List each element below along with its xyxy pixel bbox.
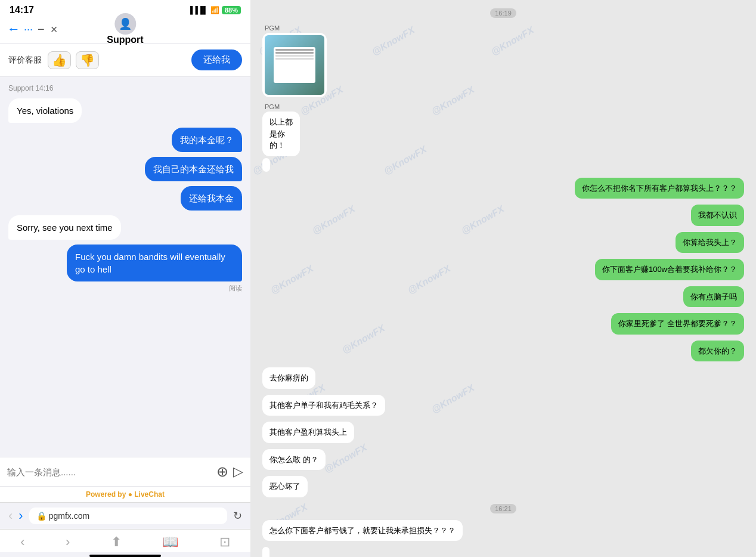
livechat-label: Powered by bbox=[86, 490, 128, 499]
signal-icon: ▐▐▐▌ bbox=[188, 6, 208, 14]
message-bubble: 我都不认识 bbox=[691, 205, 744, 226]
message-bubble: 你下面客户赚100w合着要我补给你？？ bbox=[595, 259, 744, 280]
home-indicator bbox=[89, 555, 161, 557]
bookmarks-tab[interactable]: 📖 bbox=[162, 534, 178, 550]
image-message bbox=[262, 33, 327, 97]
message-bubble: Sorry, see you next time bbox=[8, 215, 121, 240]
message-row: 你家里死爹了 全世界都要死爹？？ bbox=[262, 313, 744, 335]
table-image-bubble bbox=[262, 547, 269, 557]
input-area: ⊕ ▷ bbox=[0, 457, 250, 486]
message-bubble: 你算给我头上？ bbox=[676, 232, 744, 253]
lock-icon: 🔒 bbox=[36, 511, 47, 521]
browser-forward-button[interactable]: › bbox=[18, 508, 23, 524]
message-bubble: 我自己的本金还给我 bbox=[145, 157, 242, 181]
message-row: 恶心坏了 bbox=[262, 476, 744, 497]
more-button[interactable]: ··· bbox=[24, 23, 33, 36]
livechat-bar: Powered by ● LiveChat bbox=[0, 486, 250, 502]
reload-button[interactable]: ↻ bbox=[233, 509, 242, 522]
browser-back-button[interactable]: ‹ bbox=[8, 508, 13, 524]
chat-header: ← ··· 👤 Support − × bbox=[0, 18, 250, 44]
angry-message-bubble: Fuck you damn bandits will eventually go… bbox=[67, 245, 242, 281]
like-button[interactable]: 👍 bbox=[48, 51, 71, 69]
left-panel: 14:17 ▐▐▐▌ 📶 88% ← ··· 👤 Support − × 评价客… bbox=[0, 0, 250, 557]
share-tab[interactable]: ⬆ bbox=[111, 534, 122, 550]
messages-area: Support 14:16 Yes, violations 我的本金呢？ 我自己… bbox=[0, 77, 250, 457]
status-time: 14:17 bbox=[10, 5, 34, 16]
time-divider-row: 16:21 bbox=[262, 502, 744, 516]
time-divider: 16:19 bbox=[490, 8, 516, 18]
send-button[interactable]: ▷ bbox=[233, 464, 243, 479]
battery-icon: 88% bbox=[222, 6, 241, 14]
message-bubble: 你怎么不把你名下所有客户都算我头上？？？ bbox=[575, 178, 744, 199]
message-bubble: 其他客户单子和我有鸡毛关系？ bbox=[262, 395, 385, 416]
message-row: 你怎么敢 的？ bbox=[262, 449, 744, 471]
message-row: 其他客户盈利算我头上 bbox=[262, 422, 744, 443]
message-row: PGM 以上都是你的！ bbox=[262, 103, 744, 172]
browser-url-bar[interactable]: 🔒 pgmfx.com bbox=[29, 508, 227, 524]
message-input[interactable] bbox=[7, 467, 212, 477]
message-row: PGM bbox=[262, 24, 744, 97]
message-bubble: 你怎么敢 的？ bbox=[262, 449, 326, 471]
message-bubble: 都欠你的？ bbox=[691, 341, 744, 362]
message-bubble: 还给我本金 bbox=[181, 186, 242, 211]
back-button[interactable]: ← bbox=[7, 21, 20, 37]
header-actions: − × bbox=[38, 23, 57, 36]
message-row: 你有点脑子吗 bbox=[262, 286, 744, 308]
document-preview bbox=[274, 47, 315, 83]
image-placeholder bbox=[265, 35, 324, 95]
message-bubble: Yes, violations bbox=[8, 98, 82, 123]
rating-bar: 评价客服 👍 👎 还给我 bbox=[0, 44, 250, 77]
rating-label: 评价客服 bbox=[8, 55, 42, 66]
message-row: 其他客户单子和我有鸡毛关系？ bbox=[262, 395, 744, 416]
message-row: 怎么你下面客户都亏钱了，就要让我来承担损失？？？ bbox=[262, 520, 744, 541]
sender-name: PGM bbox=[262, 103, 280, 110]
incoming-msg-group: PGM bbox=[262, 24, 327, 97]
time-divider-row: 16:19 bbox=[262, 6, 744, 20]
message-bubble: 以上都是你的！ bbox=[262, 112, 300, 156]
time-divider: 16:21 bbox=[490, 504, 516, 513]
browser-bar: ‹ › 🔒 pgmfx.com ↻ bbox=[0, 502, 250, 529]
status-icons: ▐▐▐▌ 📶 88% bbox=[188, 6, 241, 14]
incoming-msg-group: PGM 以上都是你的！ bbox=[262, 103, 331, 172]
sender-name: PGM bbox=[262, 24, 280, 32]
message-row: 我都不认识 bbox=[262, 205, 744, 226]
message-row: 都欠你的？ bbox=[262, 341, 744, 362]
support-name: Support bbox=[107, 35, 143, 45]
rating-icons: 👍 👎 bbox=[48, 51, 99, 69]
forward-tab[interactable]: › bbox=[66, 534, 70, 550]
livechat-brand: ● LiveChat bbox=[128, 490, 165, 499]
message-bubble: 怎么你下面客户都亏钱了，就要让我来承担损失？？？ bbox=[262, 520, 463, 541]
message-bubble: 去你麻痹的 bbox=[262, 367, 315, 389]
right-panel: @KnowFX @KnowFX @KnowFX @KnowFX @KnowFX … bbox=[250, 0, 756, 557]
close-button[interactable]: × bbox=[51, 23, 58, 36]
message-row: 去你麻痹的 bbox=[262, 367, 744, 389]
message-row: 你怎么不把你名下所有客户都算我头上？？？ bbox=[262, 178, 744, 199]
support-avatar: 👤 bbox=[114, 13, 136, 35]
read-label: 阅读 bbox=[229, 284, 242, 293]
dislike-button[interactable]: 👎 bbox=[76, 51, 99, 69]
return-button[interactable]: 还给我 bbox=[191, 49, 242, 70]
add-attachment-button[interactable]: ⊕ bbox=[216, 463, 228, 480]
message-bubble: 恶心坏了 bbox=[262, 476, 308, 497]
minimize-button[interactable]: − bbox=[38, 23, 45, 36]
support-info: Support 14:16 bbox=[8, 84, 242, 92]
table-image bbox=[262, 158, 270, 172]
url-text: pgmfx.com bbox=[49, 511, 89, 521]
bottom-tabs: ‹ › ⬆ 📖 ⊡ bbox=[0, 529, 250, 552]
header-title-group: 👤 Support bbox=[107, 13, 143, 45]
right-chat-content: 16:19 PGM bbox=[262, 6, 744, 557]
tabs-tab[interactable]: ⊡ bbox=[219, 534, 230, 550]
message-bubble: 你家里死爹了 全世界都要死爹？？ bbox=[611, 313, 744, 335]
message-bubble: 我的本金呢？ bbox=[172, 128, 242, 152]
wifi-icon: 📶 bbox=[210, 6, 219, 14]
message-row: 你下面客户赚100w合着要我补给你？？ bbox=[262, 259, 744, 280]
message-row bbox=[262, 547, 744, 557]
back-tab[interactable]: ‹ bbox=[20, 534, 24, 550]
message-bubble: 你有点脑子吗 bbox=[683, 286, 744, 308]
message-bubble: 其他客户盈利算我头上 bbox=[262, 422, 354, 443]
message-row: 你算给我头上？ bbox=[262, 232, 744, 253]
